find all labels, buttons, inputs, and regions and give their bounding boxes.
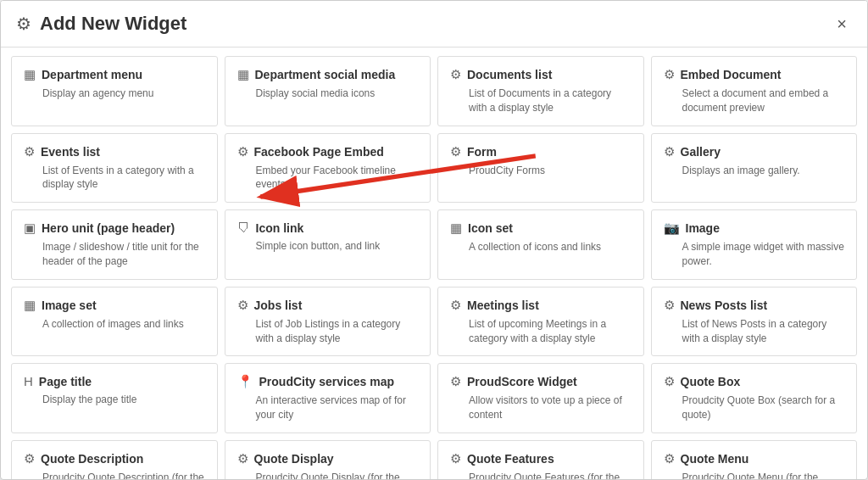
widget-card-image-set[interactable]: ▦Image setA collection of images and lin… [11,287,218,357]
card-title-row-meetings-list: ⚙Meetings list [450,298,632,313]
card-title-image-set: Image set [42,299,97,312]
card-icon-quote-features: ⚙ [450,451,461,466]
card-title-row-quote-menu: ⚙Quote Menu [664,451,845,466]
widget-card-quote-box[interactable]: ⚙Quote BoxProudcity Quote Box (search fo… [651,363,858,433]
widget-card-icon-set[interactable]: ▦Icon setA collection of icons and links [437,209,644,280]
widget-card-meetings-list[interactable]: ⚙Meetings listList of upcoming Meetings … [437,287,644,357]
card-desc-form: ProudCity Forms [450,164,632,178]
widget-grid: ▦Department menuDisplay an agency menu▦D… [11,56,857,479]
widget-card-image[interactable]: 📷ImageA simple image widget with massive… [651,209,858,280]
card-title-department-social-media: Department social media [255,68,396,81]
card-desc-events-list: List of Events in a category with a disp… [24,164,205,193]
widget-card-hero-unit[interactable]: ▣Hero unit (page header)Image / slidesho… [11,209,218,280]
widget-card-quote-menu[interactable]: ⚙Quote MenuProudcity Quote Menu (for the… [651,440,858,479]
card-icon-page-title: H [24,374,33,388]
card-icon-department-social-media: ▦ [237,67,249,82]
card-title-row-icon-link: ⛉Icon link [237,220,419,235]
card-icon-proudcity-services-map: 📍 [237,374,253,389]
card-title-image: Image [686,221,720,235]
card-title-documents-list: Documents list [467,68,552,81]
card-title-meetings-list: Meetings list [467,299,539,312]
widget-card-quote-display[interactable]: ⚙Quote DisplayProudcity Quote Display (f… [225,440,431,479]
card-title-quote-box: Quote Box [681,375,741,388]
card-title-row-image: 📷Image [664,220,845,236]
card-desc-image-set: A collection of images and links [24,317,205,332]
widget-card-facebook-page-embed[interactable]: ⚙Facebook Page EmbedEmbed your Facebook … [225,133,431,204]
widget-card-documents-list[interactable]: ⚙Documents listList of Documents in a ca… [437,56,644,126]
widget-card-news-posts-list[interactable]: ⚙News Posts listList of News Posts in a … [651,287,858,357]
card-title-proudscore-widget: ProudScore Widget [467,375,577,388]
card-title-row-form: ⚙Form [450,144,632,159]
card-icon-documents-list: ⚙ [450,67,461,82]
widget-card-jobs-list[interactable]: ⚙Jobs listList of Job Listings in a cate… [225,287,431,357]
card-desc-icon-link: Simple icon button, and link [237,239,419,254]
card-icon-icon-link: ⛉ [237,220,250,235]
card-title-row-icon-set: ▦Icon set [450,220,632,236]
card-title-quote-menu: Quote Menu [681,452,749,466]
card-icon-quote-menu: ⚙ [664,451,675,466]
card-title-page-title: Page title [39,375,92,388]
card-desc-news-posts-list: List of News Posts in a category with a … [664,317,845,346]
card-title-row-quote-features: ⚙Quote Features [450,451,632,466]
card-desc-quote-box: Proudcity Quote Box (search for a quote) [664,393,845,422]
card-title-embed-document: Embed Document [681,68,782,81]
card-desc-documents-list: List of Documents in a category with a d… [450,87,632,115]
widget-card-quote-features[interactable]: ⚙Quote FeaturesProudcity Quote Features … [437,440,644,479]
card-title-row-news-posts-list: ⚙News Posts list [664,298,845,313]
card-title-row-jobs-list: ⚙Jobs list [237,298,419,313]
gear-icon: ⚙ [16,14,31,34]
card-icon-quote-description: ⚙ [24,451,35,466]
widget-card-proudcity-services-map[interactable]: 📍ProudCity services mapAn interactive se… [225,363,431,433]
card-title-row-gallery: ⚙Gallery [664,144,845,159]
card-desc-image: A simple image widget with massive power… [664,240,845,269]
card-title-quote-features: Quote Features [467,452,554,466]
widget-card-department-menu[interactable]: ▦Department menuDisplay an agency menu [11,56,218,126]
widget-card-proudscore-widget[interactable]: ⚙ProudScore WidgetAllow visitors to vote… [437,363,644,433]
card-desc-meetings-list: List of upcoming Meetings in a category … [450,317,632,346]
card-title-events-list: Events list [41,145,100,159]
widget-card-department-social-media[interactable]: ▦Department social mediaDisplay social m… [225,56,431,126]
widget-card-form[interactable]: ⚙FormProudCity Forms [437,133,644,204]
card-title-proudcity-services-map: ProudCity services map [259,375,395,388]
widget-card-events-list[interactable]: ⚙Events listList of Events in a category… [11,133,218,204]
card-title-jobs-list: Jobs list [254,299,303,312]
card-title-row-hero-unit: ▣Hero unit (page header) [24,220,205,236]
card-icon-quote-display: ⚙ [237,451,248,466]
card-title-news-posts-list: News Posts list [681,299,768,312]
card-title-row-events-list: ⚙Events list [24,144,205,159]
card-title-row-image-set: ▦Image set [24,298,205,313]
card-icon-hero-unit: ▣ [24,220,36,236]
widget-card-page-title[interactable]: HPage titleDisplay the page title [11,363,218,433]
card-icon-jobs-list: ⚙ [237,298,248,313]
card-title-form: Form [467,145,497,159]
card-icon-news-posts-list: ⚙ [664,298,675,313]
card-desc-hero-unit: Image / slideshow / title unit for the h… [24,240,205,269]
widget-card-icon-link[interactable]: ⛉Icon linkSimple icon button, and link [225,209,431,280]
card-icon-department-menu: ▦ [24,67,36,82]
close-button[interactable]: × [832,14,852,34]
modal-title-row: ⚙ Add New Widget [16,13,186,35]
widget-card-embed-document[interactable]: ⚙Embed DocumentSelect a document and emb… [651,56,858,126]
card-title-row-facebook-page-embed: ⚙Facebook Page Embed [237,144,419,159]
card-desc-jobs-list: List of Job Listings in a category with … [237,317,419,346]
card-icon-events-list: ⚙ [24,144,35,159]
card-desc-quote-description: Proudcity Quote Description (for the quo… [24,471,205,479]
card-desc-proudscore-widget: Allow visitors to vote up a piece of con… [450,393,632,422]
card-title-row-quote-display: ⚙Quote Display [237,451,419,466]
card-title-row-department-social-media: ▦Department social media [237,67,419,82]
card-desc-embed-document: Select a document and embed a document p… [664,87,845,115]
card-title-row-quote-box: ⚙Quote Box [664,374,845,389]
card-icon-facebook-page-embed: ⚙ [237,144,248,159]
card-desc-quote-features: Proudcity Quote Features (for the quote … [450,471,632,479]
card-icon-meetings-list: ⚙ [450,298,461,313]
card-icon-icon-set: ▦ [450,220,462,236]
card-icon-gallery: ⚙ [664,144,675,159]
card-title-row-page-title: HPage title [24,374,205,388]
card-desc-quote-menu: Proudcity Quote Menu (for the quote page… [664,471,845,479]
widget-card-quote-description[interactable]: ⚙Quote DescriptionProudcity Quote Descri… [11,440,218,479]
card-desc-department-menu: Display an agency menu [24,87,205,101]
card-desc-facebook-page-embed: Embed your Facebook timeline events [237,164,419,193]
card-desc-page-title: Display the page title [24,393,205,407]
widget-card-gallery[interactable]: ⚙GalleryDisplays an image gallery. [651,133,858,204]
card-title-row-proudcity-services-map: 📍ProudCity services map [237,374,419,389]
